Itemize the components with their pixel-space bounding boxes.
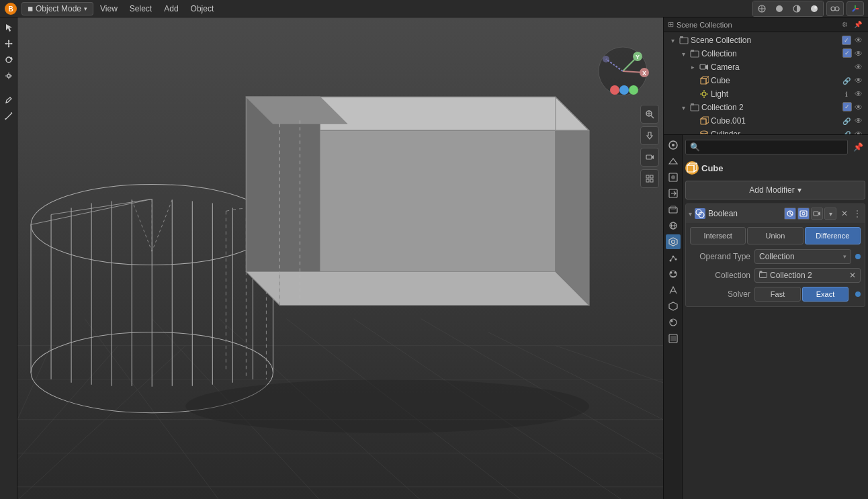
tree-row-cube001[interactable]: Cube.001 🔗 👁 (664, 114, 868, 128)
svg-point-8 (814, 6, 817, 9)
outliner-pin-icon[interactable]: 📌 (852, 19, 864, 31)
mode-dropdown[interactable]: ◼ Object Mode ▾ (21, 2, 93, 15)
viewport-shading-solid[interactable] (771, 1, 788, 16)
viewport-grab-btn[interactable] (640, 126, 659, 145)
solver-fast-btn[interactable]: Fast (754, 287, 801, 302)
modifier-more-btn[interactable]: ⋮ (853, 208, 862, 219)
scene-collection-check[interactable]: ✓ (842, 36, 851, 45)
props-object-data[interactable] (666, 299, 681, 314)
tree-row-collection2[interactable]: ▾ Collection 2 ✓ 👁 (664, 101, 868, 114)
tool-move[interactable] (1, 36, 16, 51)
scene-collection-eye[interactable]: 👁 (853, 35, 864, 46)
add-modifier-btn[interactable]: Add Modifier ▾ (685, 181, 865, 199)
solver-dot[interactable] (855, 291, 861, 297)
cylinder-eye[interactable]: 👁 (853, 129, 864, 135)
tree-row-icons-collection: ✓ 👁 (842, 48, 864, 59)
svg-line-103 (651, 116, 654, 118)
tree-row-camera[interactable]: ▸ Camera 👁 (664, 60, 868, 74)
mod-dropdown-icon[interactable]: ▾ (824, 208, 836, 220)
tree-row-cube[interactable]: Cube 🔗 👁 (664, 74, 868, 87)
camera-eye[interactable]: 👁 (853, 62, 864, 73)
tree-arrow-cube001 (688, 116, 697, 126)
scene-collection-checkbox[interactable]: ✓ (841, 35, 852, 46)
svg-rect-114 (691, 51, 699, 57)
modifier-search-input[interactable] (685, 140, 848, 154)
props-constraints[interactable] (666, 283, 681, 298)
op-difference-btn[interactable]: Difference (805, 227, 861, 244)
props-modifier[interactable] (666, 234, 681, 249)
tool-cursor[interactable] (1, 20, 16, 35)
operand-type-value[interactable]: Collection ▾ (754, 249, 851, 264)
menu-select[interactable]: Select (124, 3, 157, 15)
viewport-camera-btn[interactable] (640, 148, 659, 167)
op-union-btn[interactable]: Union (747, 227, 803, 244)
solver-exact-btn[interactable]: Exact (802, 287, 849, 302)
viewport-shading-wire[interactable] (753, 1, 771, 16)
outliner-filter-icon[interactable]: ⚙ (838, 19, 851, 31)
viewport-zoom-btn[interactable] (640, 105, 659, 124)
tree-row-icons-cube001: 🔗 👁 (841, 116, 864, 126)
left-sidebar (0, 17, 17, 499)
tool-measure[interactable] (1, 109, 16, 124)
tree-row-collection[interactable]: ▾ Collection ✓ 👁 (664, 47, 868, 60)
mod-camera-icon[interactable] (811, 208, 823, 220)
viewport-grid-btn[interactable] (640, 169, 659, 188)
modifier-close-btn[interactable]: ✕ (839, 208, 850, 219)
svg-rect-113 (680, 36, 683, 38)
tool-annotate[interactable] (1, 93, 16, 107)
props-scene[interactable] (666, 154, 681, 169)
menu-object[interactable]: Object (185, 3, 220, 15)
navigation-gizmo[interactable]: Y X (596, 44, 650, 98)
props-object[interactable] (666, 331, 681, 346)
light-info-icon: ℹ (841, 89, 852, 99)
mod-realtime-icon[interactable] (784, 208, 796, 220)
tree-row-light[interactable]: Light ℹ 👁 (664, 87, 868, 101)
svg-point-133 (701, 131, 707, 134)
props-active-tools[interactable] (666, 138, 681, 152)
viewport-shading-lookdev[interactable] (788, 1, 806, 16)
op-intersect-btn[interactable]: Intersect (690, 227, 746, 244)
add-modifier-arrow: ▾ (797, 185, 801, 195)
svg-marker-16 (7, 40, 9, 42)
svg-rect-130 (701, 119, 706, 124)
svg-point-10 (835, 7, 839, 11)
props-material[interactable] (666, 315, 681, 330)
cube001-eye[interactable]: 👁 (853, 116, 864, 126)
collection-eye[interactable]: 👁 (853, 48, 864, 59)
collection2-eye[interactable]: 👁 (853, 102, 864, 113)
svg-rect-21 (7, 75, 10, 77)
mode-label: Object Mode (36, 4, 81, 13)
props-world[interactable] (666, 218, 681, 233)
light-eye[interactable]: 👁 (853, 89, 864, 99)
tool-scale[interactable] (1, 69, 16, 83)
props-physics[interactable] (666, 267, 681, 281)
cube-eye[interactable]: 👁 (853, 75, 864, 86)
modifier-pin-btn[interactable]: 📌 (851, 140, 865, 154)
svg-rect-108 (646, 175, 649, 178)
svg-point-100 (619, 85, 629, 95)
menu-view[interactable]: View (95, 3, 123, 15)
menu-add[interactable]: Add (159, 3, 183, 15)
collection2-checkbox[interactable]: ✓ (842, 102, 852, 111)
tool-rotate[interactable] (1, 52, 16, 67)
operation-row: Intersect Union Difference (690, 227, 861, 244)
props-output[interactable] (666, 186, 681, 201)
tree-row-cylinder[interactable]: Cylinder 🔗 👁 (664, 128, 868, 135)
props-render[interactable] (666, 170, 681, 185)
collection-field-close[interactable]: ✕ (849, 271, 856, 280)
viewport-shading-render[interactable] (806, 1, 823, 16)
props-particles[interactable] (666, 251, 681, 265)
tree-label-collection: Collection (701, 49, 841, 58)
operand-type-dot[interactable] (855, 254, 861, 259)
gizmo-btn[interactable] (847, 1, 864, 16)
mod-render-icon[interactable] (797, 208, 810, 220)
viewport[interactable]: User Perspective (1) Collection 2 | Cube (17, 17, 663, 499)
props-view-layer[interactable] (666, 202, 681, 217)
modifier-card-header[interactable]: ▾ Boolean (686, 204, 865, 223)
collection-field[interactable]: Collection 2 ✕ (754, 268, 861, 283)
overlays-btn[interactable] (826, 1, 844, 16)
svg-point-154 (670, 272, 672, 274)
tree-row-scene-collection[interactable]: ▾ Scene Collection ✓ 👁 (664, 34, 868, 47)
object-name-row: Cube (685, 159, 865, 177)
collection-checkbox[interactable]: ✓ (842, 48, 852, 58)
